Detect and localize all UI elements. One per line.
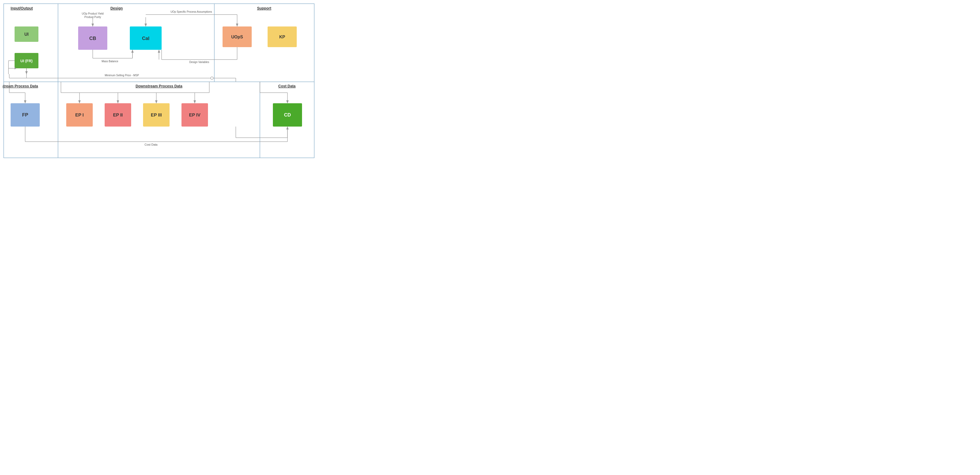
yield-label: UOp Product Yield (82, 12, 103, 15)
ui-fr-label: UI (FR) (21, 59, 33, 63)
ep3-label: EP III (151, 113, 162, 118)
ep2-label: EP II (113, 113, 123, 118)
msp-bump (211, 77, 213, 79)
io-panel (4, 4, 58, 82)
mass-balance-label: Mass Balance (102, 60, 118, 63)
cb-label: CB (89, 36, 96, 41)
io-title: Input/Output (11, 6, 33, 10)
downstream-title: Downstream Process Data (136, 84, 183, 88)
full-diagram: Input/Output Design Support Upstream Pro… (3, 3, 315, 159)
purity-label: Product Purity (84, 16, 101, 19)
cd-label: CD (284, 112, 291, 118)
diagram-svg: Input/Output Design Support Upstream Pro… (3, 3, 315, 159)
cal-label: Cal (142, 36, 150, 41)
cost-title: Cost Data (278, 84, 296, 88)
ep1-label: EP I (75, 113, 84, 118)
uops-label: UOpS (231, 35, 243, 39)
kp-label: KP (279, 35, 285, 39)
assumptions-label: UOp Specific Process Assumptions (170, 10, 212, 13)
upstream-title: Upstream Process Data (3, 84, 38, 88)
cost-data-bottom-label: Cost Data (145, 143, 158, 146)
design-title: Design (110, 6, 123, 10)
design-var-label: Design Variables (189, 60, 209, 64)
support-title: Support (257, 6, 271, 10)
ui-label: UI (24, 32, 29, 37)
ep4-label: EP IV (189, 113, 200, 118)
msp-label: Minimum Selling Price - MSP (105, 74, 139, 77)
fp-label: FP (22, 112, 28, 118)
